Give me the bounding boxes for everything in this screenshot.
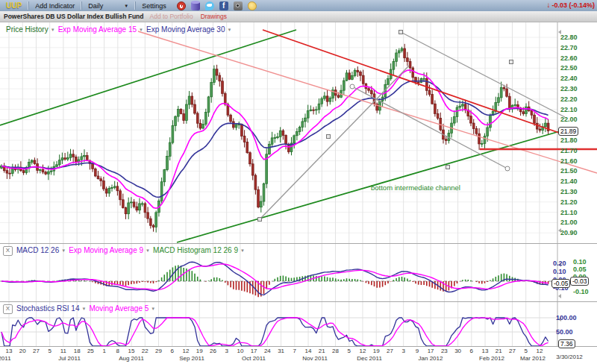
panel-divider — [0, 346, 597, 347]
xaxis-day-tick: 18 — [74, 348, 81, 354]
xaxis-day-tick: 20 — [19, 348, 26, 354]
xaxis-day-tick: 3 — [401, 348, 404, 354]
legend-item-macd-12-26[interactable]: MACD 12 26▼ — [16, 246, 66, 254]
price-axis-label: 20.90 — [560, 229, 578, 236]
price-axis-label: 21.10 — [560, 209, 578, 216]
price-axis-label: 22.80 — [560, 34, 578, 41]
settings-button[interactable]: Settings — [136, 0, 172, 11]
xaxis-day-tick: 28 — [332, 348, 339, 354]
price-panel-legend: Price History▼Exp Moving Average 15▼Exp … — [6, 25, 231, 34]
chevron-down-icon: ▼ — [81, 307, 86, 311]
legend-label: Stochastics RSI 14 — [16, 304, 79, 313]
sub-toolbar: PowerShares DB US Dollar Index Bullish F… — [0, 11, 597, 22]
legend-label: Exp Moving Average 9 — [69, 246, 143, 254]
portfolio-cylinder-icon[interactable] — [191, 1, 200, 10]
xaxis-month-label: Aug 2011 — [119, 355, 144, 362]
xaxis-day-tick: 8 — [116, 348, 119, 354]
xaxis-month-label: Sep 2011 — [179, 355, 204, 362]
legend-item-macd-histogram-12-26-9[interactable]: MACD Histogram 12 26 9▼ — [153, 246, 245, 254]
xaxis-day-tick: 24 — [264, 348, 271, 354]
xaxis-day-tick: 19 — [196, 348, 203, 354]
add-to-portfolio-link[interactable]: Add to Portfolio — [144, 13, 193, 20]
alarm-icon[interactable] — [177, 1, 186, 10]
xaxis-month-label: Mar 2012 — [520, 355, 546, 362]
symbol-label[interactable]: UUP — [0, 0, 28, 11]
twitter-icon[interactable] — [205, 1, 214, 10]
add-indicator-button[interactable]: Add Indicator — [29, 0, 81, 11]
camera-icon[interactable] — [234, 1, 243, 10]
price-axis-label: 21.40 — [560, 178, 578, 185]
price-axis-label: 21.20 — [560, 198, 578, 206]
price-axis-label: 22.30 — [560, 85, 578, 92]
legend-label: Exp Moving Average 30 — [146, 25, 225, 34]
price-axis-label: 21.60 — [560, 157, 578, 165]
xaxis-month-label: Oct 2011 — [242, 355, 266, 362]
legend-item-stochastics-rsi-14[interactable]: Stochastics RSI 14▼ — [16, 304, 86, 313]
price-axis-label: 22.70 — [560, 44, 578, 51]
xaxis-month-label: Nov 2011 — [302, 355, 328, 362]
xaxis-day-tick: 12 — [183, 348, 190, 354]
legend-item-exp-moving-average-15[interactable]: Exp Moving Average 15▼ — [58, 25, 143, 34]
chevron-down-icon: ▼ — [146, 248, 150, 253]
close-stoch-panel-button[interactable]: X — [3, 304, 13, 314]
legend-label: Exp Moving Average 15 — [58, 25, 137, 34]
xaxis-month-label: Jan 2012 — [419, 355, 443, 362]
interval-label: Daily — [88, 2, 103, 10]
xaxis-day-tick: 13 — [482, 348, 489, 354]
price-axis-label: 22.10 — [560, 106, 578, 113]
chart-annotation: bottom intermediate channel — [371, 183, 460, 192]
legend-item-moving-average-5[interactable]: Moving Average 5▼ — [89, 304, 155, 313]
xaxis-day-tick: 12 — [360, 348, 366, 354]
xaxis-day-tick: 21 — [496, 348, 502, 354]
xaxis-day-tick: 3 — [225, 348, 228, 354]
change-text: -0.03 (-0.14%) — [551, 1, 595, 9]
xaxis-day-tick: 19 — [373, 348, 380, 354]
chevron-down-icon: ▼ — [240, 248, 245, 253]
price-axis-label: 21.80 — [560, 136, 578, 144]
price-axis-label: 22.20 — [560, 95, 578, 103]
top-toolbar: UUP Add Indicator Daily ▼ Settings f ↓ -… — [0, 0, 597, 11]
macd-hist-value-badge: -0.03 — [570, 277, 589, 286]
legend-item-exp-moving-average-30[interactable]: Exp Moving Average 30▼ — [146, 25, 231, 34]
price-change: ↓ -0.03 (-0.14%) — [546, 1, 595, 9]
price-axis-label: 22.40 — [560, 75, 578, 82]
xaxis-day-tick: 27 — [33, 348, 40, 354]
panel-divider — [0, 301, 597, 302]
xaxis-month-label: Feb 2012 — [479, 355, 504, 362]
price-axis-label: 22.00 — [560, 116, 578, 123]
close-macd-panel-button[interactable]: X — [3, 246, 13, 256]
stoch-axis-label: 50.00 — [556, 328, 573, 336]
price-axis-label: 21.70 — [560, 147, 578, 154]
legend-item-exp-moving-average-9[interactable]: Exp Moving Average 9▼ — [69, 246, 150, 254]
chat-icon[interactable] — [248, 1, 257, 10]
legend-item-price-history[interactable]: Price History▼ — [6, 25, 55, 34]
end-date-label: 3/30/2012 — [556, 354, 583, 360]
xaxis-day-tick: 31 — [278, 348, 284, 354]
price-axis-label: 21.00 — [560, 219, 578, 226]
xaxis-day-tick: 6 — [470, 348, 473, 354]
xaxis-day-tick: 13 — [6, 348, 13, 354]
legend-label: Moving Average 5 — [89, 304, 149, 313]
charting-app: { "toolbar": { "symbol": "UUP", "add_ind… — [0, 0, 597, 364]
chevron-down-icon: ▼ — [51, 28, 55, 32]
facebook-icon[interactable]: f — [219, 1, 228, 10]
price-axis-label: 22.60 — [560, 54, 578, 62]
interval-select[interactable]: Daily ▼ — [82, 0, 134, 11]
macd-hist-axis-label: 0.10 — [573, 258, 587, 266]
chevron-down-icon: ▼ — [228, 28, 232, 32]
price-chart-canvas[interactable] — [0, 22, 597, 243]
chevron-down-icon: ▼ — [151, 307, 155, 311]
xaxis-day-tick: 7 — [293, 348, 296, 354]
drawings-link[interactable]: Drawings — [193, 13, 227, 20]
xaxis-day-tick: 17 — [428, 348, 434, 354]
stoch-panel-legend: Stochastics RSI 14▼Moving Average 5▼ — [16, 304, 155, 313]
macd-value-badge: -0.05 — [551, 279, 570, 288]
toolbar-icon-group: f — [177, 1, 257, 10]
macd-panel-legend: MACD 12 26▼Exp Moving Average 9▼MACD His… — [16, 246, 245, 254]
xaxis-day-tick: 25 — [87, 348, 94, 354]
xaxis-day-tick: 23 — [441, 348, 448, 354]
axis-collapse-icon[interactable] — [558, 294, 561, 298]
xaxis-day-tick: 21 — [319, 348, 325, 354]
xaxis-day-tick: 1 — [102, 348, 105, 354]
last-price-badge: 21.89 — [558, 127, 578, 136]
